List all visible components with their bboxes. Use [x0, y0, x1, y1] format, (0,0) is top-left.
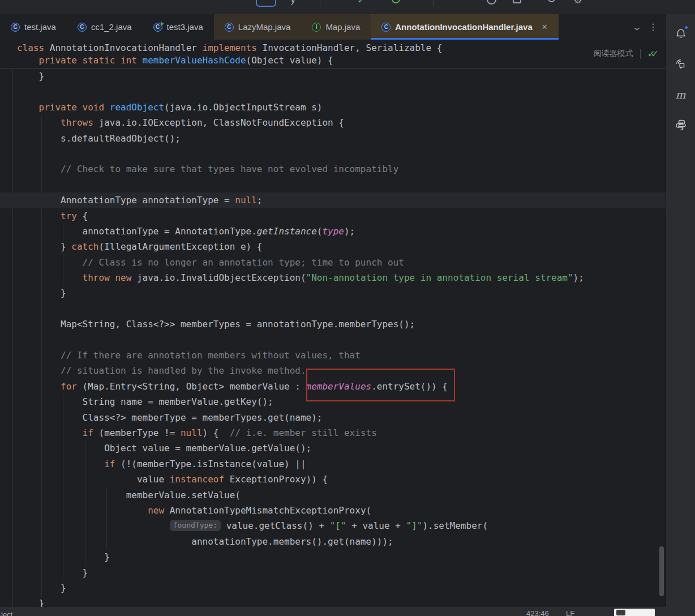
status-corner	[666, 607, 695, 616]
toolbar-divider	[320, 0, 320, 7]
status-left-partial-text: ject	[1, 610, 12, 616]
interface-icon: I	[312, 23, 321, 32]
caret-position[interactable]: 423:46	[526, 609, 549, 616]
inlay-hint-foundtype: foundType:	[170, 520, 221, 531]
code-line: } catch(IllegalArgumentException e) {	[0, 239, 666, 254]
notification-badge	[684, 25, 689, 30]
chevron-down-icon[interactable]: ⌄	[632, 22, 642, 32]
code-line: Object value = memberValue.getValue();	[0, 440, 666, 456]
status-bar: ject 423:46 LF	[0, 607, 666, 616]
code-line: // Check to make sure that types have no…	[0, 161, 666, 177]
class-icon: C	[225, 23, 234, 32]
code-line: if (memberType != null) { // i.e. member…	[0, 425, 666, 440]
run-config-box-icon[interactable]	[256, 0, 276, 7]
toolbar-divider	[434, 0, 434, 7]
sticky-declaration-header: class AnnotationInvocationHandler implem…	[0, 40, 666, 69]
tab-label: Map.java	[325, 22, 360, 32]
code-line: private static int memberValueHashCode(O…	[0, 54, 666, 67]
tab-label: test3.java	[167, 22, 203, 32]
code-line: private void readObject(java.io.ObjectIn…	[0, 100, 666, 115]
code-line: }	[0, 285, 666, 301]
code-line: new AnnotationTypeMismatchExceptionProxy…	[0, 503, 666, 518]
code-line	[0, 177, 666, 192]
code-line: }	[0, 69, 666, 84]
notifications-bell-icon[interactable]	[673, 25, 689, 41]
code-line: }	[0, 596, 666, 607]
right-sidebar: m	[666, 14, 695, 616]
tab-label: AnnotationInvocationHandler.java	[395, 22, 533, 32]
line-ending-indicator[interactable]: LF	[566, 609, 574, 616]
run-badge-icon	[161, 22, 164, 26]
tab-AnnotationInvocationHandler.java[interactable]: CAnnotationInvocationHandler.java✕	[371, 14, 558, 40]
class-icon: C	[11, 23, 20, 32]
code-line: // If there are annotation members witho…	[0, 348, 666, 363]
run-icon[interactable]: ✓	[357, 0, 365, 6]
code-line-current: AnnotationType annotationType = null;	[0, 192, 666, 208]
input-method-indicator[interactable]	[614, 609, 655, 616]
tab-label: LazyMap.java	[238, 22, 291, 32]
code-line: }	[0, 565, 666, 580]
maven-icon[interactable]: m	[673, 87, 689, 102]
code-line: }	[0, 580, 666, 596]
tab-Map.java[interactable]: IMap.java	[301, 14, 371, 40]
code-line: annotationType = AnnotationType.getInsta…	[0, 224, 666, 239]
code-line: // Class is no longer an annotation type…	[0, 255, 666, 270]
code-line	[0, 332, 666, 348]
ime-icon	[616, 610, 625, 615]
editor[interactable]: } private void readObject(java.io.Object…	[0, 69, 666, 607]
code-line: foundType: value.getClass() + "[" + valu…	[0, 518, 666, 533]
code-line	[0, 301, 666, 316]
python-packages-icon[interactable]	[673, 117, 689, 133]
tab-bar: Ctest.javaCcc1_2.javaCtest3.javaCLazyMap…	[0, 14, 666, 40]
tab-LazyMap.java[interactable]: CLazyMap.java	[214, 14, 302, 40]
code-line: Class<?> memberType = memberTypes.get(na…	[0, 410, 666, 425]
settings-gear-icon[interactable]: ⚙	[573, 0, 582, 6]
annotation-red-box	[306, 369, 456, 401]
code-line	[0, 84, 666, 99]
code-line: memberValue.setValue(	[0, 487, 666, 503]
tab-test.java[interactable]: Ctest.java	[0, 14, 67, 40]
code-line: if (!(memberType.isInstance(value) ||	[0, 456, 666, 472]
tool-box-icon[interactable]	[513, 0, 521, 3]
tab-cc1_2.java[interactable]: Ccc1_2.java	[67, 14, 143, 40]
close-tab-icon[interactable]: ✕	[542, 23, 548, 31]
code-line: value instanceof ExceptionProxy)) {	[0, 472, 666, 487]
toolbar-partial-glyph: y	[291, 0, 295, 5]
editor-scrollbar[interactable]	[659, 546, 664, 596]
code-line: throws java.io.IOException, ClassNotFoun…	[0, 115, 666, 130]
tab-label: cc1_2.java	[91, 22, 132, 32]
debug-icon[interactable]	[392, 0, 400, 3]
code-line: class AnnotationInvocationHandler implem…	[0, 42, 666, 54]
code-line: Map<String, Class<?>> memberTypes = anno…	[0, 316, 666, 332]
code-line: throw new java.io.InvalidObjectException…	[0, 270, 666, 285]
class-icon: C	[381, 23, 391, 32]
code-line: try {	[0, 208, 666, 224]
class-run-icon: C	[153, 23, 162, 32]
code-line: }	[0, 549, 666, 564]
code-line	[0, 146, 666, 161]
main-toolbar: y ✓ ⚙	[0, 0, 695, 14]
tab-label: test.java	[24, 22, 56, 32]
class-icon: C	[78, 23, 87, 32]
profiler-icon[interactable]	[487, 0, 496, 5]
code-line: s.defaultReadObject();	[0, 131, 666, 146]
share-broadcast-icon[interactable]	[673, 56, 689, 72]
search-icon[interactable]	[548, 0, 555, 2]
tab-test3.java[interactable]: Ctest3.java	[143, 14, 214, 40]
more-options-icon[interactable]: ⋮	[649, 22, 658, 32]
code-line: annotationType.members().get(name)));	[0, 534, 666, 549]
